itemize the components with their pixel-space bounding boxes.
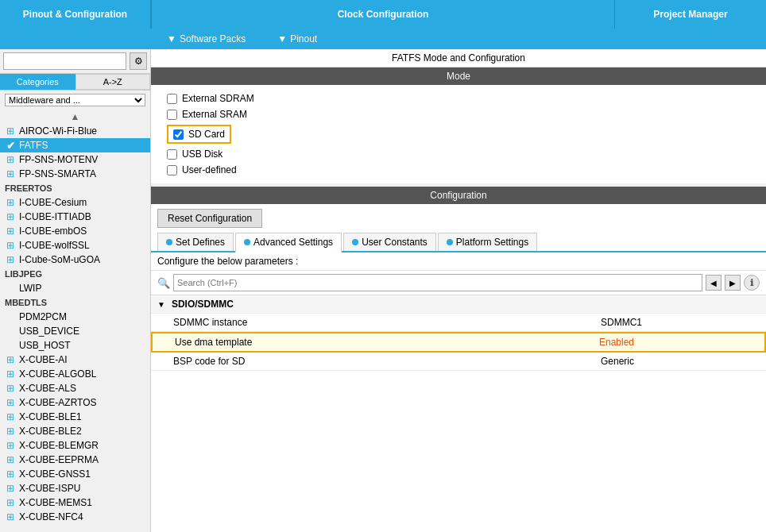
link-icon-7: ⊞ <box>5 240 16 251</box>
sidebar-gear-button[interactable]: ⚙ <box>130 52 147 70</box>
sdcard-checkbox[interactable] <box>173 129 184 140</box>
param-name-sdmmc-instance: SDMMC instance <box>173 317 601 328</box>
configure-label: Configure the below parameters : <box>151 253 766 271</box>
pinout-second-nav[interactable]: ▼ Pinout <box>261 29 333 49</box>
tab-az[interactable]: A->Z <box>75 74 151 90</box>
sidebar-item-xcube-ble1[interactable]: ⊞ X-CUBE-BLE1 <box>0 410 150 424</box>
mode-section: Mode External SDRAM External SRAM SD Car… <box>151 67 766 183</box>
reset-config-button[interactable]: Reset Configuration <box>157 209 262 228</box>
sidebar-item-fp-smarta[interactable]: ⊞ FP-SNS-SMARTA <box>0 167 150 181</box>
sidebar-item-airoc[interactable]: ⊞ AIROC-Wi-Fi-Blue <box>0 124 150 138</box>
tab-platform-settings[interactable]: Platform Settings <box>438 233 537 251</box>
sidebar-item-wolfssl[interactable]: ⊞ I-CUBE-wolfSSL <box>0 238 150 253</box>
sidebar-item-xcube-als[interactable]: ⊞ X-CUBE-ALS <box>0 381 150 395</box>
config-search-input[interactable] <box>173 274 702 291</box>
link-icon-14: ⊞ <box>5 426 16 437</box>
middleware-select[interactable]: Middleware and ... <box>5 94 145 106</box>
usb-disk-checkbox[interactable] <box>167 149 177 160</box>
sidebar-item-usb-host[interactable]: USB_HOST <box>0 338 150 353</box>
checkbox-user-defined: User-defined <box>167 164 750 175</box>
param-name-dma-template: Use dma template <box>175 337 599 348</box>
tab-dot-3 <box>352 239 358 245</box>
tab-user-constants[interactable]: User Constants <box>343 233 436 251</box>
link-icon-19: ⊞ <box>5 497 16 508</box>
sidebar-scroll-up[interactable]: ▲ <box>0 110 150 124</box>
link-icon-5: ⊞ <box>5 211 16 222</box>
sidebar-item-xcube-blemgr[interactable]: ⊞ X-CUBE-BLEMGR <box>0 438 150 453</box>
external-sram-checkbox[interactable] <box>167 110 177 120</box>
link-icon-11: ⊞ <box>5 383 16 394</box>
sidebar-item-xcube-ispu[interactable]: ⊞ X-CUBE-ISPU <box>0 481 150 495</box>
prev-result-button[interactable]: ◀ <box>706 275 722 291</box>
sidebar-item-xcube-nfc4[interactable]: ⊞ X-CUBE-NFC4 <box>0 510 150 524</box>
tab-categories[interactable]: Categories <box>0 74 75 90</box>
mbedtls-header: MBEDTLS <box>0 295 150 310</box>
sidebar-item-som[interactable]: ⊞ I-Cube-SoM-uGOA <box>0 253 150 267</box>
clock-nav[interactable]: Clock Configuration <box>151 0 615 29</box>
external-sdram-checkbox[interactable] <box>167 94 177 104</box>
link-icon-15: ⊞ <box>5 440 16 451</box>
plain-icon-1 <box>5 283 16 294</box>
check-icon: ✔ <box>5 140 16 151</box>
sidebar-search-bar: ⚙ <box>0 49 150 74</box>
config-section: Configuration Reset Configuration Set De… <box>151 187 766 532</box>
sdcard-label: SD Card <box>188 129 225 140</box>
sidebar-item-fp-motenv[interactable]: ⊞ FP-SNS-MOTENV <box>0 152 150 167</box>
user-defined-checkbox[interactable] <box>167 165 177 175</box>
tab-bar: Set Defines Advanced Settings User Const… <box>151 233 766 253</box>
sidebar-item-ittiadb[interactable]: ⊞ I-CUBE-ITTIADB <box>0 210 150 224</box>
group-label: SDIO/SDMMC <box>172 299 234 310</box>
tab-dot-4 <box>447 239 453 245</box>
content-area: FATFS Mode and Configuration Mode Extern… <box>151 49 766 532</box>
freertos-header: FREERTOS <box>0 181 150 195</box>
sidebar-item-lwip[interactable]: LWIP <box>0 281 150 295</box>
tab-advanced-settings[interactable]: Advanced Settings <box>235 233 342 253</box>
checkbox-sdcard: SD Card <box>167 125 750 144</box>
project-nav[interactable]: Project Manager <box>615 0 766 29</box>
software-packs-nav[interactable]: ▼ Software Packs <box>151 29 261 49</box>
sidebar-item-cesium[interactable]: ⊞ I-CUBE-Cesium <box>0 195 150 210</box>
tab-user-constants-label: User Constants <box>362 237 427 248</box>
tab-dot-1 <box>166 239 172 245</box>
tab-set-defines[interactable]: Set Defines <box>157 233 234 251</box>
link-icon-4: ⊞ <box>5 197 16 208</box>
sidebar-item-fatfs[interactable]: ✔ FATFS <box>0 138 150 152</box>
sidebar-item-xcube-gnss1[interactable]: ⊞ X-CUBE-GNSS1 <box>0 467 150 481</box>
category-tabs: Categories A->Z <box>0 74 150 91</box>
pinout-nav-label: Pinout & Configuration <box>23 9 127 20</box>
sidebar-item-xcube-mems1[interactable]: ⊞ X-CUBE-MEMS1 <box>0 495 150 510</box>
sidebar-search-input[interactable] <box>3 52 126 70</box>
info-button[interactable]: ℹ <box>744 275 760 291</box>
sidebar-item-xcube-algobl[interactable]: ⊞ X-CUBE-ALGOBL <box>0 367 150 381</box>
next-result-button[interactable]: ▶ <box>725 275 741 291</box>
sidebar-list: ⊞ AIROC-Wi-Fi-Blue ✔ FATFS ⊞ FP-SNS-MOTE… <box>0 124 150 532</box>
sidebar-item-usb-device[interactable]: USB_DEVICE <box>0 324 150 338</box>
link-icon-6: ⊞ <box>5 226 16 237</box>
link-icon-2: ⊞ <box>5 154 16 165</box>
config-search-bar: 🔍 ◀ ▶ ℹ <box>151 271 766 295</box>
config-title-bar: Configuration <box>151 187 766 204</box>
sidebar-item-pdm2pcm[interactable]: PDM2PCM <box>0 310 150 324</box>
tab-dot-2 <box>244 239 250 245</box>
content-title: FATFS Mode and Configuration <box>151 49 766 67</box>
pinout-second-label: Pinout <box>290 33 317 44</box>
link-icon-10: ⊞ <box>5 368 16 380</box>
param-row-sdmmc-instance: SDMMC instance SDMMC1 <box>151 314 766 332</box>
external-sdram-label: External SDRAM <box>182 93 254 104</box>
software-packs-label: Software Packs <box>180 33 246 44</box>
mode-title-bar: Mode <box>151 67 766 85</box>
sidebar-item-xcube-azrtos[interactable]: ⊞ X-CUBE-AZRTOS <box>0 395 150 410</box>
pinout-nav[interactable]: Pinout & Configuration <box>0 0 151 29</box>
sidebar-item-xcube-ble2[interactable]: ⊞ X-CUBE-BLE2 <box>0 424 150 438</box>
sdcard-highlighted-box: SD Card <box>167 125 231 144</box>
sidebar-item-xcube-eeprom[interactable]: ⊞ X-CUBE-EEPRMA <box>0 453 150 467</box>
plain-icon-4 <box>5 340 16 351</box>
param-value-sdmmc-instance: SDMMC1 <box>601 317 760 328</box>
sidebar-item-embos[interactable]: ⊞ I-CUBE-embOS <box>0 224 150 238</box>
pinout-second-arrow: ▼ <box>277 33 287 44</box>
sidebar: ⚙ Categories A->Z Middleware and ... ▲ ⊞… <box>0 49 151 532</box>
link-icon-9: ⊞ <box>5 354 16 365</box>
sidebar-item-xcube-ai[interactable]: ⊞ X-CUBE-AI <box>0 353 150 367</box>
search-magnifier-icon: 🔍 <box>157 277 170 289</box>
param-group-sdio[interactable]: ▼ SDIO/SDMMC <box>151 295 766 314</box>
